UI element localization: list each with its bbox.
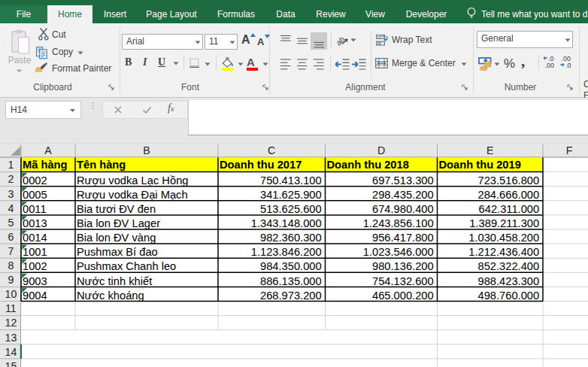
svg-text:14: 14	[5, 346, 17, 358]
svg-text:Nước tinh khiết: Nước tinh khiết	[77, 275, 152, 287]
svg-text:9004: 9004	[23, 290, 47, 302]
svg-text:6: 6	[8, 231, 14, 243]
svg-text:9: 9	[8, 274, 14, 286]
svg-text:674.980.400: 674.980.400	[372, 203, 434, 215]
svg-text:1: 1	[8, 159, 14, 171]
svg-text:852.322.400: 852.322.400	[478, 260, 540, 272]
svg-text:268.973.200: 268.973.200	[260, 290, 322, 302]
svg-text:Bia lon ĐV Lager: Bia lon ĐV Lager	[77, 217, 160, 229]
svg-text:9003: 9003	[23, 275, 47, 287]
svg-text:1.212.436.400: 1.212.436.400	[468, 246, 539, 258]
svg-text:988.423.300: 988.423.300	[478, 275, 540, 287]
svg-text:4: 4	[8, 202, 14, 214]
svg-text:980.136.200: 980.136.200	[372, 260, 434, 272]
svg-text:0005: 0005	[23, 189, 47, 201]
svg-text:13: 13	[5, 332, 17, 344]
svg-text:284.666.000: 284.666.000	[478, 189, 540, 201]
svg-text:3: 3	[8, 188, 14, 200]
svg-text:982.360.300: 982.360.300	[260, 232, 322, 244]
svg-text:750.413.100: 750.413.100	[260, 174, 322, 187]
svg-text:F: F	[566, 144, 573, 156]
svg-text:7: 7	[8, 245, 14, 257]
svg-text:498.760.000: 498.760.000	[478, 290, 540, 302]
svg-text:1.343.148.000: 1.343.148.000	[251, 217, 322, 229]
svg-text:0011: 0011	[23, 203, 47, 215]
svg-text:8: 8	[8, 259, 14, 271]
svg-text:1.030.458.200: 1.030.458.200	[468, 232, 539, 244]
svg-text:D: D	[377, 144, 385, 156]
svg-text:E: E	[486, 144, 493, 156]
svg-text:1.389.211.300: 1.389.211.300	[469, 217, 539, 229]
svg-text:1.243.856.100: 1.243.856.100	[363, 217, 434, 229]
svg-text:Rượu vodka Đại Mạch: Rượu vodka Đại Mạch	[77, 189, 188, 201]
svg-text:Pushmax Chanh leo: Pushmax Chanh leo	[77, 260, 176, 272]
svg-text:697.513.300: 697.513.300	[372, 174, 434, 187]
svg-text:Pushmax Bí đao: Pushmax Bí đao	[77, 246, 158, 258]
svg-text:Doanh thu 2019: Doanh thu 2019	[439, 159, 521, 171]
svg-text:ab: ab	[335, 35, 347, 47]
svg-text:465.000.200: 465.000.200	[372, 290, 434, 302]
svg-text:A: A	[44, 144, 52, 156]
svg-text:1.123.846.200: 1.123.846.200	[251, 246, 322, 258]
svg-text:5: 5	[8, 217, 14, 229]
svg-text:1.023.546.000: 1.023.546.000	[363, 246, 434, 258]
svg-text:Doanh thu 2018: Doanh thu 2018	[327, 159, 409, 171]
svg-text:513.625.600: 513.625.600	[260, 203, 322, 215]
svg-text:.00: .00	[545, 62, 555, 68]
svg-text:1001: 1001	[23, 246, 47, 258]
svg-text:0002: 0002	[23, 174, 47, 187]
svg-text:642.311.000: 642.311.000	[479, 203, 540, 215]
svg-text:2: 2	[8, 173, 14, 185]
svg-text:723.516.800: 723.516.800	[478, 174, 540, 187]
svg-text:15: 15	[5, 360, 17, 367]
svg-text:10: 10	[5, 288, 17, 300]
svg-text:0014: 0014	[23, 232, 47, 244]
svg-text:984.350.000: 984.350.000	[260, 260, 322, 272]
svg-text:886.135.000: 886.135.000	[260, 275, 322, 287]
svg-text:Bia tươi ĐV đen: Bia tươi ĐV đen	[77, 203, 156, 215]
svg-text:754.132.600: 754.132.600	[372, 275, 434, 287]
svg-text:298.435.200: 298.435.200	[372, 189, 434, 201]
svg-text:Mã hàng: Mã hàng	[23, 159, 68, 171]
svg-text:Rượu vodka Lạc Hồng: Rượu vodka Lạc Hồng	[77, 174, 188, 187]
svg-text:341.625.900: 341.625.900	[260, 189, 322, 201]
svg-text:Doanh thu 2017: Doanh thu 2017	[220, 159, 302, 171]
svg-text:Nước khoáng: Nước khoáng	[77, 290, 144, 302]
svg-text:Tên hàng: Tên hàng	[77, 159, 126, 171]
svg-text:12: 12	[5, 317, 17, 329]
svg-text:11: 11	[5, 302, 17, 314]
svg-text:.0: .0	[565, 62, 571, 68]
svg-text:0013: 0013	[23, 217, 47, 229]
svg-text:B: B	[143, 144, 150, 156]
svg-text:Bia lon ĐV vàng: Bia lon ĐV vàng	[77, 232, 156, 244]
svg-text:956.417.800: 956.417.800	[372, 232, 434, 244]
svg-text:C: C	[268, 144, 275, 156]
svg-text:1002: 1002	[23, 260, 47, 272]
